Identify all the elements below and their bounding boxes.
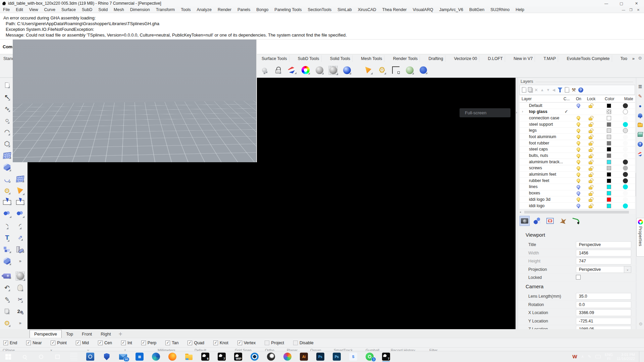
revolve-icon[interactable]: ◡ — [1, 173, 13, 184]
trim-icon[interactable] — [1, 197, 13, 208]
firefox-app-icon[interactable] — [168, 353, 176, 361]
task-view-button[interactable] — [53, 353, 61, 361]
circle-icon[interactable]: ○ — [5, 117, 9, 123]
layer-name[interactable]: bults, nuts — [529, 153, 548, 158]
color-wheel-icon[interactable] — [302, 66, 310, 74]
menu-render[interactable]: Render — [215, 7, 234, 12]
layer-color-swatch[interactable] — [607, 116, 611, 120]
layer-material-circle[interactable] — [623, 191, 628, 196]
layer-visibility-bulb-icon[interactable] — [577, 122, 580, 126]
lock-icon[interactable] — [275, 67, 281, 73]
layer-color-swatch[interactable] — [607, 141, 611, 145]
move-left-icon[interactable]: ◀ — [552, 88, 555, 92]
tray-clock[interactable]: 3:01 PM 11/16/2022 — [617, 353, 635, 361]
layer-material-circle[interactable] — [623, 184, 628, 189]
panel-settings-gear-icon[interactable]: ⚙ — [639, 321, 643, 326]
layer-material-circle[interactable] — [623, 172, 628, 177]
surface-grid-icon[interactable] — [16, 176, 24, 182]
layer-visibility-bulb-icon[interactable] — [577, 173, 580, 176]
cone-icon[interactable] — [364, 66, 372, 74]
shield-app-icon[interactable] — [103, 353, 111, 361]
add-viewport-tab-icon[interactable]: ✛ — [119, 331, 122, 338]
move-icon[interactable]: ⇗ — [18, 235, 22, 240]
layer-material-circle[interactable] — [623, 116, 628, 121]
text-icon[interactable]: T — [1, 232, 13, 243]
layer-visibility-bulb-icon[interactable] — [577, 141, 580, 145]
dimension-icon[interactable] — [392, 66, 399, 74]
cone-icon[interactable] — [363, 64, 374, 76]
creative-cloud-app-icon[interactable] — [283, 353, 291, 361]
move-icon[interactable]: ⇗ — [14, 232, 26, 243]
aperture-app-icon[interactable] — [251, 353, 259, 361]
rhino7-app-icon[interactable]: 7 — [218, 353, 226, 361]
solid-tools-icon[interactable] — [1, 255, 13, 266]
layer-row[interactable]: lines — [520, 184, 635, 190]
sphere-grid-icon[interactable] — [328, 64, 338, 76]
layer-page-icon[interactable] — [565, 87, 569, 93]
toolbar-tab-mesh-tools[interactable]: Mesh Tools — [359, 55, 384, 62]
property-value-field[interactable]: 35.0 — [576, 293, 631, 300]
layer-name[interactable]: foot aluminium — [529, 134, 556, 139]
layer-row[interactable]: screws — [520, 165, 635, 172]
layer-material-circle[interactable] — [623, 203, 628, 208]
dropdown-chevron-icon[interactable]: ⌄ — [624, 266, 631, 273]
property-value-field[interactable]: 747 — [576, 258, 631, 264]
layer-row[interactable]: legs — [520, 128, 635, 134]
settings-gear-icon[interactable]: ⚙ — [4, 320, 10, 326]
menu-boltgen[interactable]: BoltGen — [466, 7, 487, 12]
edit-page-icon[interactable]: ✎ — [1, 294, 13, 305]
material-props-icon[interactable] — [533, 217, 541, 225]
notifications-bell-icon[interactable] — [638, 113, 642, 117]
library-folder-icon[interactable] — [638, 122, 643, 127]
layer-color-swatch[interactable] — [607, 147, 611, 152]
layer-material-circle[interactable] — [623, 166, 628, 171]
blend-curve-icon[interactable]: ◜ — [14, 220, 26, 231]
pan-hand-icon[interactable] — [17, 285, 23, 291]
layer-material-circle[interactable] — [623, 153, 628, 158]
layer-lock-icon[interactable] — [589, 191, 592, 196]
box-icon[interactable] — [3, 164, 11, 171]
layer-row[interactable]: steel caps — [520, 146, 635, 153]
osnap-checkbox-cen[interactable]: ✓ — [98, 341, 103, 345]
split-icon[interactable] — [16, 200, 24, 205]
explode-icon[interactable] — [14, 185, 26, 196]
layer-visibility-bulb-icon[interactable] — [577, 147, 580, 151]
layer-visibility-bulb-icon[interactable] — [577, 154, 580, 158]
toolbar-tab-drafting[interactable]: Drafting — [426, 55, 445, 62]
layer-row[interactable]: foot rubber — [520, 140, 635, 146]
array-icon[interactable] — [14, 244, 26, 255]
delete-layer-icon[interactable]: ✕ — [534, 88, 538, 92]
layer-lock-icon[interactable] — [589, 116, 592, 120]
layer-name[interactable]: Default — [529, 103, 542, 108]
start-button[interactable] — [4, 353, 12, 361]
minimize-button[interactable]: — — [599, 0, 614, 7]
osnap-knot[interactable]: ✓Knot — [213, 341, 228, 345]
layer-material-circle[interactable] — [623, 178, 628, 183]
shaded-view-icon[interactable] — [16, 272, 25, 281]
blue-sphere-icon[interactable] — [341, 64, 352, 76]
layer-name[interactable]: lines — [529, 184, 538, 189]
layer-color-swatch[interactable] — [607, 122, 611, 127]
viewport-tab-right[interactable]: Right — [96, 330, 115, 338]
text-icon[interactable]: T — [5, 234, 9, 241]
layer-lock-icon[interactable] — [589, 134, 592, 139]
box-icon[interactable] — [1, 162, 13, 173]
osnap-perp[interactable]: ✓Perp — [141, 341, 156, 345]
detail-props-icon[interactable] — [546, 218, 554, 224]
osnap-near[interactable]: ✓Near — [26, 341, 42, 345]
layer-visibility-bulb-icon[interactable] — [577, 185, 580, 189]
scroll-thumb[interactable] — [524, 211, 629, 214]
layer-wedge-icon[interactable] — [286, 64, 297, 76]
property-value-field[interactable]: 3366.09 — [576, 309, 631, 316]
toolbar-tab-too[interactable]: Too — [619, 55, 629, 62]
cut-icon[interactable]: ✂ — [14, 294, 26, 305]
layer-lock-icon[interactable] — [589, 160, 592, 164]
panel-splitter[interactable]: › — [516, 78, 518, 329]
layer-name[interactable]: steel caps — [529, 147, 548, 152]
select-arrow-icon[interactable]: ↖ — [1, 91, 13, 102]
layer-name[interactable]: iddi logo 3d — [529, 197, 550, 202]
osnap-checkbox-tan[interactable]: ✓ — [165, 341, 170, 345]
layer-name[interactable]: steel support — [529, 122, 553, 127]
circle-icon[interactable]: ○ — [1, 115, 13, 126]
osnap-checkbox-point[interactable]: ✓ — [51, 341, 55, 345]
